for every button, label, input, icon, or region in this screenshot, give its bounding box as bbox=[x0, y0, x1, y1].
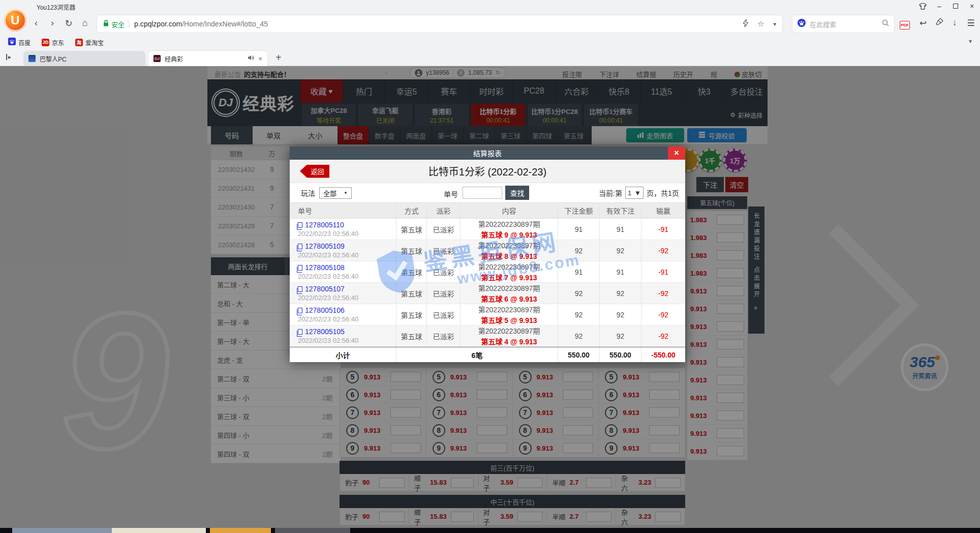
order-number-label: 单号 bbox=[444, 189, 458, 199]
order-link[interactable]: 1278005106 bbox=[298, 306, 345, 314]
tab-parisian-pc[interactable]: 巴黎人PC bbox=[23, 51, 145, 66]
order-link[interactable]: 1278005110 bbox=[298, 221, 344, 229]
taskbar-item[interactable] bbox=[275, 528, 350, 533]
copy-icon[interactable] bbox=[298, 265, 302, 271]
report-row: 12780051052022/02/23 02:56:40 第五球 已派彩 第2… bbox=[290, 325, 685, 347]
titlebar: You123浏览器 – × bbox=[0, 0, 980, 12]
search-icon[interactable] bbox=[882, 19, 889, 28]
new-tab-button[interactable]: + bbox=[275, 52, 282, 64]
tab-close-icon[interactable]: × bbox=[258, 55, 262, 63]
taskbar-item[interactable] bbox=[12, 528, 112, 533]
forward-icon[interactable]: › bbox=[46, 18, 59, 28]
tab-classic-lottery[interactable]: DJ 经典彩 × bbox=[148, 51, 267, 66]
copy-icon[interactable] bbox=[298, 222, 302, 228]
copy-icon[interactable] bbox=[298, 286, 302, 292]
page: 9 最新公告 的支持与配合！ › y138956 ¥ 1,085.73 ↻ 投 bbox=[0, 66, 980, 528]
reload-icon[interactable]: ↻ bbox=[62, 18, 75, 29]
report-row: 12780051062022/02/23 02:56:40 第五球 已派彩 第2… bbox=[290, 304, 685, 325]
caret-icon: ▼ bbox=[344, 191, 348, 195]
lock-icon bbox=[103, 19, 109, 28]
taskbar-item[interactable] bbox=[210, 528, 271, 533]
play-type-label: 玩法 bbox=[301, 188, 315, 198]
lightning-icon[interactable] bbox=[743, 19, 748, 28]
page-suffix: 页，共1页 bbox=[647, 188, 679, 198]
address-bar[interactable]: 安全 p.cpqlzpor.com/Home/IndexNew#/lotto_4… bbox=[97, 15, 783, 33]
bookmark-baidu[interactable]: 百度 bbox=[8, 38, 30, 47]
report-row: 12780051092022/02/23 02:56:40 第五球 已派彩 第2… bbox=[290, 240, 685, 261]
download-icon[interactable]: ↓ bbox=[948, 18, 961, 28]
order-link[interactable]: 1278005109 bbox=[298, 242, 345, 250]
minimize-button[interactable]: – bbox=[935, 2, 943, 10]
bookmarks-bar: 百度 JD 京东 淘 爱淘宝 ▾ bbox=[0, 36, 980, 49]
bookmark-jd[interactable]: JD 京东 bbox=[42, 38, 64, 47]
taskbar bbox=[0, 528, 980, 533]
search-placeholder: 在此搜索 bbox=[810, 19, 836, 29]
pdf-icon[interactable]: PDF bbox=[899, 19, 911, 29]
skin-icon[interactable] bbox=[919, 3, 927, 10]
screen: You123浏览器 – × U ‹ › ↻ ⌂ 安全 p.cpql bbox=[0, 0, 980, 533]
bookmark-taobao[interactable]: 淘 爱淘宝 bbox=[75, 38, 104, 47]
modal-close-button[interactable]: × bbox=[668, 146, 685, 160]
tab-strip: ▸ 巴黎人PC DJ 经典彩 × + bbox=[0, 49, 980, 66]
home-icon[interactable]: ⌂ bbox=[78, 18, 91, 28]
report-row: 12780051102022/02/23 02:56:40 第五球 已派彩 第2… bbox=[290, 219, 685, 240]
order-link[interactable]: 1278005107 bbox=[298, 285, 345, 293]
undo-icon[interactable]: ↩ bbox=[917, 18, 929, 28]
baidu-icon bbox=[798, 19, 806, 29]
secure-label: 安全 bbox=[111, 19, 125, 29]
menu-icon[interactable]: ☰ bbox=[965, 18, 977, 28]
copy-icon[interactable] bbox=[298, 244, 302, 249]
report-table-header: 单号 方式 派彩 内容 下注金额 有效下注 输赢 bbox=[290, 202, 685, 219]
report-row: 12780051072022/02/23 02:56:40 第五球 已派彩 第2… bbox=[290, 283, 685, 304]
caret-icon: ▼ bbox=[634, 189, 641, 197]
order-link[interactable]: 1278005108 bbox=[298, 263, 345, 272]
modal-filter-row: 玩法 全部▼ 单号 查找 当前:第 1▼ 页，共1页 bbox=[290, 183, 685, 202]
search-box[interactable]: 在此搜索 bbox=[792, 15, 895, 33]
play-type-select[interactable]: 全部▼ bbox=[319, 187, 352, 199]
report-row: 12780051082022/02/23 02:56:40 第五球 已派彩 第2… bbox=[290, 261, 685, 283]
order-link[interactable]: 1278005105 bbox=[298, 328, 345, 336]
close-button[interactable]: × bbox=[968, 2, 976, 10]
tab2-favicon: DJ bbox=[154, 55, 161, 62]
taobao-icon: 淘 bbox=[75, 39, 83, 46]
modal-subtitle: 比特币1分彩 (2022-02-23) bbox=[428, 164, 546, 179]
favorite-star-icon[interactable]: ☆ bbox=[757, 19, 764, 28]
tab-sidebar-toggle-icon[interactable]: ▸ bbox=[6, 53, 11, 61]
addressbar-dropdown-icon[interactable]: ▾ bbox=[773, 21, 776, 27]
back-icon[interactable]: ‹ bbox=[29, 18, 43, 28]
window-title: You123浏览器 bbox=[37, 3, 75, 11]
order-number-input[interactable] bbox=[463, 187, 502, 199]
baidu-paw-icon bbox=[8, 38, 16, 47]
page-label: 当前:第 bbox=[599, 188, 622, 198]
modal-header: 结算报表 × bbox=[290, 146, 685, 160]
page-select[interactable]: 1▼ bbox=[625, 187, 644, 199]
jd-icon: JD bbox=[42, 39, 49, 46]
back-button[interactable]: 返回 bbox=[300, 165, 329, 178]
browser-logo[interactable]: U bbox=[4, 9, 26, 32]
bookmarks-collapse-icon[interactable]: ▾ bbox=[969, 38, 972, 45]
report-footer: 小计 6笔 550.00 550.00 -550.00 bbox=[290, 347, 685, 362]
search-button[interactable]: 查找 bbox=[505, 186, 529, 200]
taskbar-item[interactable] bbox=[112, 528, 206, 533]
clean-brush-icon[interactable] bbox=[933, 18, 945, 28]
maximize-button[interactable] bbox=[952, 2, 960, 10]
browser-chrome: You123浏览器 – × U ‹ › ↻ ⌂ 安全 p.cpql bbox=[0, 0, 980, 66]
url-text[interactable]: p.cpqlzpor.com/Home/IndexNew#/lotto_45 bbox=[134, 20, 268, 28]
modal-subheader: 返回 比特币1分彩 (2022-02-23) bbox=[290, 160, 685, 183]
taskbar-item[interactable] bbox=[0, 528, 12, 533]
modal-title: 结算报表 bbox=[473, 148, 502, 158]
copy-icon[interactable] bbox=[298, 329, 302, 335]
tab1-favicon bbox=[28, 55, 36, 62]
copy-icon[interactable] bbox=[298, 308, 302, 313]
browser-toolbar: ‹ › ↻ ⌂ 安全 p.cpqlzpor.com/Home/IndexNew#… bbox=[0, 12, 980, 36]
settlement-report-modal: 结算报表 × 返回 比特币1分彩 (2022-02-23) 玩法 全部▼ 单号 … bbox=[290, 146, 685, 362]
tab-audio-icon[interactable] bbox=[248, 55, 254, 62]
